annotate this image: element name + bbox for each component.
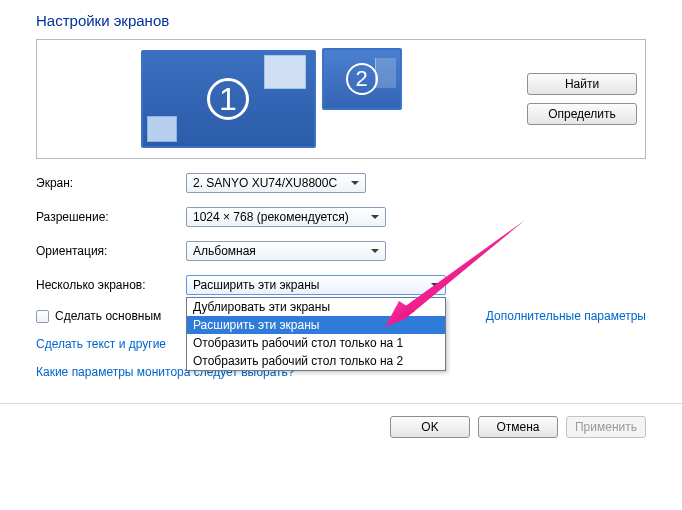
multi-label: Несколько экранов: xyxy=(36,278,186,292)
resolution-select-value: 1024 × 768 (рекомендуется) xyxy=(193,210,349,224)
resolution-label: Разрешение: xyxy=(36,210,186,224)
monitor-area[interactable]: 1 2 xyxy=(45,46,497,152)
display-select[interactable]: 2. SANYO XU74/XU8800C xyxy=(186,173,366,193)
multi-option-duplicate[interactable]: Дублировать эти экраны xyxy=(187,298,445,316)
ok-button[interactable]: OK xyxy=(390,416,470,438)
multiple-displays-select-value: Расширить эти экраны xyxy=(193,278,319,292)
footer-buttons: OK Отмена Применить xyxy=(0,404,682,438)
monitor-1-number: 1 xyxy=(207,78,249,120)
multiple-displays-select[interactable]: Расширить эти экраны xyxy=(186,275,446,295)
display-label: Экран: xyxy=(36,176,186,190)
multi-option-extend[interactable]: Расширить эти экраны xyxy=(187,316,445,334)
apply-button[interactable]: Применить xyxy=(566,416,646,438)
display-select-value: 2. SANYO XU74/XU8800C xyxy=(193,176,337,190)
advanced-settings-link[interactable]: Дополнительные параметры xyxy=(486,309,646,323)
monitor-2-number: 2 xyxy=(346,63,378,95)
multi-option-only-2[interactable]: Отобразить рабочий стол только на 2 xyxy=(187,352,445,370)
make-primary-label: Сделать основным xyxy=(55,309,161,323)
orientation-select-value: Альбомная xyxy=(193,244,256,258)
multiple-displays-dropdown: Дублировать эти экраны Расширить эти экр… xyxy=(186,297,446,371)
resolution-select[interactable]: 1024 × 768 (рекомендуется) xyxy=(186,207,386,227)
monitor-arrangement-box: 1 2 Найти Определить xyxy=(36,39,646,159)
text-size-link[interactable]: Сделать текст и другие xyxy=(36,337,166,351)
monitor-2[interactable]: 2 xyxy=(322,48,402,110)
monitor-1[interactable]: 1 xyxy=(141,50,316,148)
orientation-label: Ориентация: xyxy=(36,244,186,258)
monitor-side-buttons: Найти Определить xyxy=(497,46,637,152)
detect-button[interactable]: Определить xyxy=(527,103,637,125)
find-button[interactable]: Найти xyxy=(527,73,637,95)
page-title: Настройки экранов xyxy=(36,12,646,29)
multi-option-only-1[interactable]: Отобразить рабочий стол только на 1 xyxy=(187,334,445,352)
cancel-button[interactable]: Отмена xyxy=(478,416,558,438)
make-primary-checkbox[interactable] xyxy=(36,310,49,323)
orientation-select[interactable]: Альбомная xyxy=(186,241,386,261)
